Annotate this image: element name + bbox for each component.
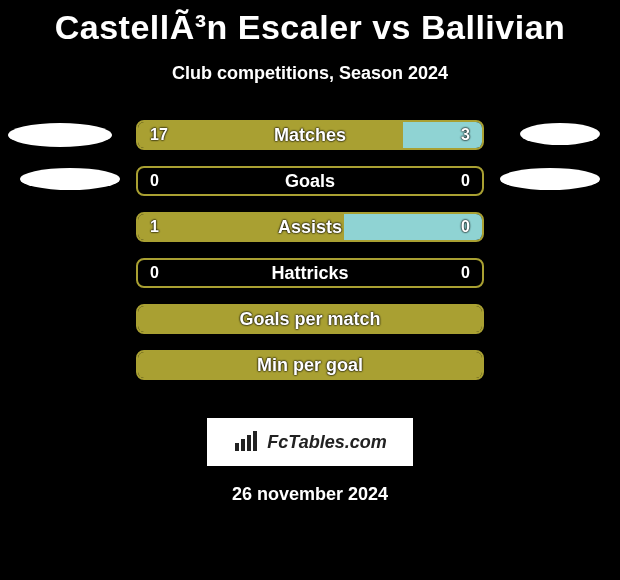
subtitle: Club competitions, Season 2024 <box>0 63 620 84</box>
stat-row-assists: 1 Assists 0 <box>0 212 620 242</box>
svg-rect-2 <box>247 435 251 451</box>
comparison-chart: 17 Matches 3 0 Goals 0 1 Assists 0 0 H <box>0 120 620 400</box>
bar-group: 0 Goals 0 <box>136 166 484 196</box>
bar-group: 17 Matches 3 <box>136 120 484 150</box>
svg-rect-0 <box>235 443 239 451</box>
bar-group: Goals per match <box>136 304 484 334</box>
stat-right-value: 3 <box>461 122 470 148</box>
brand-text: FcTables.com <box>267 432 386 453</box>
bar-group: 0 Hattricks 0 <box>136 258 484 288</box>
stat-label: Goals <box>138 168 482 194</box>
page-title: CastellÃ³n Escaler vs Ballivian <box>0 0 620 47</box>
stat-row-goals: 0 Goals 0 <box>0 166 620 196</box>
stat-row-hattricks: 0 Hattricks 0 <box>0 258 620 288</box>
stat-label: Min per goal <box>138 352 482 378</box>
stat-right-value: 0 <box>461 214 470 240</box>
brand-logo: FcTables.com <box>207 418 413 466</box>
stat-label: Matches <box>138 122 482 148</box>
svg-rect-1 <box>241 439 245 451</box>
svg-rect-3 <box>253 431 257 451</box>
stat-right-value: 0 <box>461 260 470 286</box>
stat-label: Goals per match <box>138 306 482 332</box>
stat-label: Assists <box>138 214 482 240</box>
stat-row-min-per-goal: Min per goal <box>0 350 620 380</box>
chart-icon <box>233 431 261 453</box>
stat-label: Hattricks <box>138 260 482 286</box>
stat-right-value: 0 <box>461 168 470 194</box>
bar-group: 1 Assists 0 <box>136 212 484 242</box>
bar-group: Min per goal <box>136 350 484 380</box>
footer-date: 26 november 2024 <box>0 484 620 505</box>
stat-row-goals-per-match: Goals per match <box>0 304 620 334</box>
stat-row-matches: 17 Matches 3 <box>0 120 620 150</box>
